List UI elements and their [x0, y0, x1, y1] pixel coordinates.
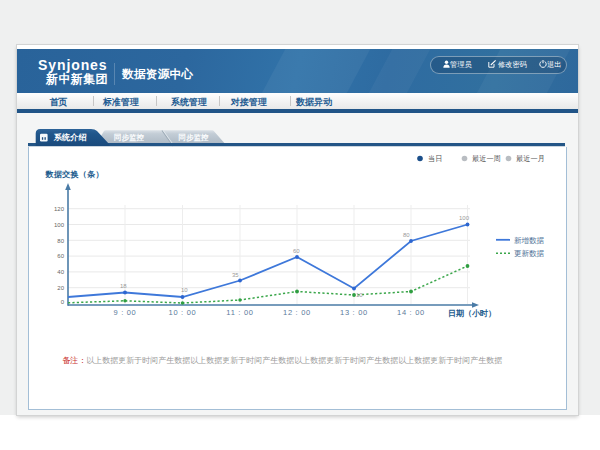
svg-text:18: 18 — [120, 282, 127, 288]
svg-text:最近一月: 最近一月 — [516, 154, 545, 163]
svg-text:当日: 当日 — [428, 154, 442, 163]
svg-text:10 : 00: 10 : 00 — [169, 308, 197, 317]
svg-text:最近一周: 最近一周 — [472, 154, 501, 163]
svg-text:12 : 00: 12 : 00 — [283, 308, 311, 317]
svg-text:数据交换（条）: 数据交换（条） — [45, 170, 104, 179]
svg-text:9 : 00: 9 : 00 — [114, 308, 137, 317]
svg-text:日期（小时）: 日期（小时） — [448, 309, 496, 318]
svg-text:40: 40 — [57, 269, 64, 275]
svg-text:更新数据: 更新数据 — [514, 249, 545, 258]
svg-text:80: 80 — [403, 231, 410, 237]
svg-text:20: 20 — [57, 285, 64, 291]
svg-text:100: 100 — [54, 221, 65, 227]
svg-text:80: 80 — [57, 237, 64, 243]
svg-text:同步监控: 同步监控 — [179, 133, 210, 142]
svg-text:13 : 00: 13 : 00 — [340, 308, 368, 317]
svg-text:新增数据: 新增数据 — [514, 235, 545, 244]
svg-text:11 : 00: 11 : 00 — [226, 308, 253, 317]
svg-text:60: 60 — [57, 253, 64, 259]
svg-text:14 : 00: 14 : 00 — [397, 308, 425, 317]
svg-text:同步监控: 同步监控 — [114, 133, 145, 142]
svg-text:系统介绍: 系统介绍 — [53, 132, 87, 142]
svg-text:10: 10 — [356, 291, 363, 297]
svg-text:35: 35 — [232, 272, 239, 278]
svg-text:60: 60 — [293, 247, 300, 253]
svg-text:100: 100 — [459, 214, 470, 220]
svg-text:备注：以上数据更新于时间产生数据以上数据更新于时间产生数据以: 备注：以上数据更新于时间产生数据以上数据更新于时间产生数据以上数据更新于时间产生… — [62, 355, 502, 364]
svg-text:0: 0 — [61, 298, 65, 304]
svg-text:10: 10 — [181, 286, 188, 292]
svg-text:120: 120 — [54, 206, 65, 212]
